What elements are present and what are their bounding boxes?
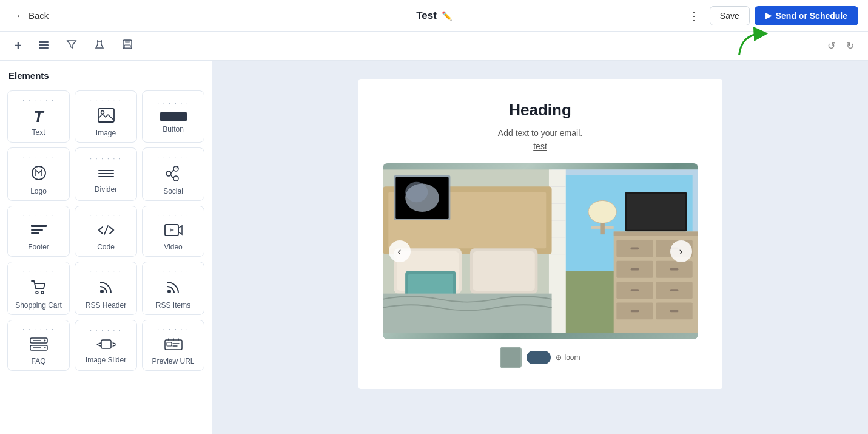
element-rss-header-label: RSS Header xyxy=(86,301,126,310)
element-logo-label: Logo xyxy=(30,187,47,195)
element-divider[interactable]: · · · · · · Divider xyxy=(75,147,137,201)
svg-rect-3 xyxy=(39,47,49,49)
element-rss-header[interactable]: · · · · · · RSS Header xyxy=(75,262,137,315)
element-button[interactable]: · · · · · · Button xyxy=(142,90,204,143)
back-arrow-icon: ← xyxy=(16,10,25,21)
element-slider-label: Image Slider xyxy=(86,356,126,364)
flask-button[interactable] xyxy=(89,35,110,57)
element-footer[interactable]: · · · · · · Footer xyxy=(7,206,70,257)
element-footer-label: Footer xyxy=(28,243,49,251)
svg-rect-63 xyxy=(630,268,639,271)
element-preview-url-label: Preview URL xyxy=(152,357,194,365)
element-video-label: Video xyxy=(164,243,182,251)
element-rss-items-label: RSS Items xyxy=(156,301,190,310)
element-faq-dots: · · · · · · xyxy=(22,327,55,333)
svg-rect-1 xyxy=(39,41,49,43)
email-subtext: Add text to your email. xyxy=(383,128,698,138)
element-video-dots: · · · · · · xyxy=(157,212,189,219)
elements-grid: · · · · · · T Text · · · · · · Image xyxy=(7,90,204,371)
carousel-dot-active[interactable] xyxy=(527,351,551,364)
slider-element-icon: < > xyxy=(96,339,116,352)
svg-rect-80 xyxy=(383,294,552,333)
element-image[interactable]: · · · · · · Image xyxy=(75,90,137,143)
carousel-dot-image[interactable] xyxy=(500,347,522,368)
element-logo-dots: · · · · · · xyxy=(22,154,55,160)
element-divider-label: Divider xyxy=(95,185,117,194)
svg-point-70 xyxy=(588,200,616,223)
svg-point-16 xyxy=(175,166,179,169)
svg-rect-8 xyxy=(98,109,114,122)
element-preview-url[interactable]: · · · · · · Preview URL xyxy=(142,320,204,371)
svg-rect-66 xyxy=(670,289,678,291)
svg-text:<: < xyxy=(96,339,101,349)
funnel-icon xyxy=(66,38,78,53)
send-schedule-button[interactable]: ▶ Send or Schedule xyxy=(755,6,858,25)
carousel-prev-button[interactable]: ‹ xyxy=(389,240,411,262)
funnel-button[interactable] xyxy=(61,35,82,57)
email-heading: Heading xyxy=(383,101,698,120)
svg-rect-65 xyxy=(630,289,639,291)
svg-rect-12 xyxy=(98,173,114,174)
element-shopping-cart[interactable]: · · · · · · Shopping Cart xyxy=(7,262,70,315)
plus-icon: + xyxy=(15,39,22,53)
element-text[interactable]: · · · · · · T Text xyxy=(7,90,70,143)
element-image-label: Image xyxy=(96,129,116,137)
svg-rect-13 xyxy=(98,176,114,177)
element-code[interactable]: · · · · · · Code xyxy=(75,206,137,257)
layers-button[interactable] xyxy=(33,35,55,57)
element-social[interactable]: · · · · · · Social xyxy=(142,147,204,201)
page-title: Test xyxy=(416,10,437,22)
redo-button[interactable]: ↻ xyxy=(842,37,858,55)
element-video[interactable]: · · · · · · Video xyxy=(142,206,204,257)
svg-point-23 xyxy=(36,291,38,294)
element-rss-items-dots: · · · · · · xyxy=(157,268,189,274)
faq-element-icon xyxy=(30,337,48,353)
flask-icon xyxy=(93,38,106,53)
carousel-dot-loom[interactable]: ⊕ loom xyxy=(556,353,580,362)
topbar-center: Test ✏️ xyxy=(416,10,452,22)
undo-button[interactable]: ↺ xyxy=(823,37,839,55)
svg-rect-17 xyxy=(31,225,47,227)
element-rss-items[interactable]: · · · · · · RSS Items xyxy=(142,262,204,315)
carousel-dots: ⊕ loom xyxy=(383,347,698,371)
svg-rect-2 xyxy=(39,44,49,46)
more-options-button[interactable]: ⋮ xyxy=(683,6,705,25)
svg-rect-67 xyxy=(630,310,639,313)
element-logo[interactable]: · · · · · · Logo xyxy=(7,147,70,201)
social-element-icon xyxy=(165,165,182,183)
cart-element-icon xyxy=(30,279,47,297)
svg-line-14 xyxy=(171,170,173,173)
email-card: Heading Add text to your email. test xyxy=(358,79,722,389)
element-divider-dots: · · · · · · xyxy=(90,156,122,162)
edit-icon[interactable]: ✏️ xyxy=(442,11,452,21)
element-social-label: Social xyxy=(163,187,183,195)
elements-title: Elements xyxy=(7,68,204,83)
element-faq[interactable]: · · · · · · FAQ xyxy=(7,320,70,371)
element-text-label: Text xyxy=(32,128,45,137)
canvas-area: Heading Add text to your email. test xyxy=(212,61,868,434)
save-button[interactable]: Save xyxy=(710,6,750,25)
svg-line-15 xyxy=(171,175,173,178)
undo-redo-group: ↺ ↻ xyxy=(823,37,858,55)
send-icon: ▶ xyxy=(765,11,772,20)
add-element-button[interactable]: + xyxy=(10,35,27,56)
email-link[interactable]: email xyxy=(560,128,580,138)
element-cart-dots: · · · · · · xyxy=(22,268,55,274)
svg-rect-11 xyxy=(98,170,114,171)
element-cart-label: Shopping Cart xyxy=(15,301,62,310)
element-social-dots: · · · · · · xyxy=(157,154,189,160)
svg-rect-79 xyxy=(473,251,534,291)
carousel-next-button[interactable]: › xyxy=(670,240,692,262)
video-element-icon xyxy=(164,223,183,239)
svg-text:>: > xyxy=(112,339,116,349)
svg-rect-19 xyxy=(31,232,39,234)
element-faq-label: FAQ xyxy=(31,357,45,365)
svg-point-26 xyxy=(167,290,171,293)
disk-button[interactable] xyxy=(116,35,138,57)
code-element-icon xyxy=(97,223,115,239)
back-button[interactable]: ← Back xyxy=(10,7,55,24)
email-test-link[interactable]: test xyxy=(383,141,698,151)
text-element-icon: T xyxy=(34,109,44,124)
element-image-slider[interactable]: · · · · · · < > Image Slider xyxy=(75,320,137,371)
topbar-right: ⋮ Save ▶ Send or Schedule xyxy=(683,6,858,25)
